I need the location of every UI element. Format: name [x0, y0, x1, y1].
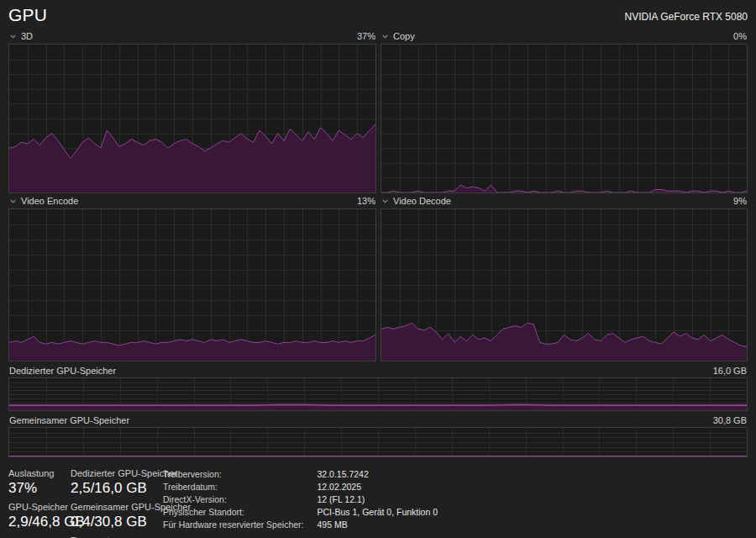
chevron-down-icon[interactable] [9, 198, 17, 205]
gpu-device-name: NVIDIA GeForce RTX 5080 [624, 11, 748, 25]
chart-current-copy: 0% [733, 31, 747, 41]
stat-gpu-memory-label: GPU-Speicher [8, 502, 71, 512]
chart-canvas-dedicated-memory[interactable] [8, 377, 748, 411]
dedicated-memory-label: Dedizierter GPU-Speicher [9, 366, 116, 376]
chart-current-3d: 37% [357, 31, 375, 41]
info-value-physical-location: PCI-Bus 1, Gerät 0, Funktion 0 [317, 507, 438, 517]
chart-canvas-3d[interactable] [8, 44, 376, 193]
stat-utilization-label: Auslastung [8, 468, 71, 478]
chart-canvas-copy[interactable] [381, 44, 748, 193]
stat-dedicated-memory-label: Dedizierter GPU-Speicher [71, 468, 155, 478]
chart-block-3d: 3D 37% [8, 29, 376, 193]
stats-column-2: Dedizierter GPU-Speicher 2,5/16,0 GB Gem… [71, 468, 155, 538]
info-value-hw-reserved-memory: 495 MB [317, 520, 438, 530]
stat-shared-memory: Gemeinsamer GPU-Speicher 0,4/30,8 GB [71, 502, 155, 530]
stat-gpu-memory-value: 2,9/46,8 GB [8, 514, 71, 530]
gpu-performance-page: GPU NVIDIA GeForce RTX 5080 3D 37% Copy … [0, 0, 756, 538]
stat-utilization-value: 37% [8, 480, 71, 497]
utilization-charts-row2: Video Encode 13% Video Decode 9% [8, 193, 748, 361]
stats-column-1: Auslastung 37% GPU-Speicher 2,9/46,8 GB [8, 468, 71, 538]
chart-title-video-decode: Video Decode [393, 196, 451, 206]
info-label-driver-date: Treiberdatum: [163, 482, 303, 492]
stat-gpu-memory: GPU-Speicher 2,9/46,8 GB [8, 502, 71, 530]
driver-info-grid: Treiberversion: 32.0.15.7242 Treiberdatu… [163, 469, 438, 538]
stat-shared-memory-value: 0,4/30,8 GB [71, 514, 155, 530]
dedicated-memory-max: 16,0 GB [713, 366, 747, 376]
chart-current-video-decode: 9% [733, 196, 747, 206]
chart-current-video-encode: 13% [357, 196, 375, 206]
chart-title-copy: Copy [393, 31, 415, 41]
chevron-down-icon[interactable] [381, 33, 389, 40]
stat-utilization: Auslastung 37% [8, 468, 71, 497]
stat-dedicated-memory: Dedizierter GPU-Speicher 2,5/16,0 GB [71, 468, 155, 497]
utilization-charts-row1: 3D 37% Copy 0% [8, 29, 748, 193]
chart-canvas-video-decode[interactable] [381, 208, 748, 361]
chart-title-3d: 3D [21, 31, 33, 41]
titlebar: GPU NVIDIA GeForce RTX 5080 [8, 5, 748, 25]
shared-memory-label: Gemeinsamer GPU-Speicher [9, 415, 129, 425]
chevron-down-icon[interactable] [9, 33, 17, 40]
info-label-driver-version: Treiberversion: [163, 469, 303, 479]
info-label-directx-version: DirectX-Version: [163, 494, 303, 504]
page-title: GPU [8, 5, 47, 25]
stat-shared-memory-label: Gemeinsamer GPU-Speicher [71, 502, 155, 512]
stat-dedicated-memory-value: 2,5/16,0 GB [71, 480, 155, 497]
info-label-physical-location: Physischer Standort: [163, 507, 303, 517]
chart-block-video-decode: Video Decode 9% [381, 193, 748, 361]
chart-header-copy[interactable]: Copy 0% [381, 29, 748, 44]
dedicated-memory-chart-block: Dedizierter GPU-Speicher 16,0 GB [8, 363, 748, 411]
info-label-hw-reserved-memory: Für Hardware reservierter Speicher: [163, 520, 303, 530]
info-value-driver-date: 12.02.2025 [317, 482, 438, 492]
chart-header-3d[interactable]: 3D 37% [8, 29, 376, 44]
shared-memory-max: 30,8 GB [713, 415, 747, 425]
shared-memory-header: Gemeinsamer GPU-Speicher 30,8 GB [8, 413, 748, 427]
dedicated-memory-header: Dedizierter GPU-Speicher 16,0 GB [8, 363, 748, 377]
info-value-directx-version: 12 (FL 12.1) [317, 494, 438, 504]
shared-memory-chart-block: Gemeinsamer GPU-Speicher 30,8 GB [8, 413, 748, 457]
chart-header-video-encode[interactable]: Video Encode 13% [8, 193, 376, 208]
chart-canvas-shared-memory[interactable] [8, 427, 748, 457]
chevron-down-icon[interactable] [381, 198, 389, 205]
chart-block-copy: Copy 0% [381, 29, 748, 193]
chart-block-video-encode: Video Encode 13% [8, 193, 376, 361]
stats-panel: Auslastung 37% GPU-Speicher 2,9/46,8 GB … [8, 468, 748, 538]
chart-canvas-video-encode[interactable] [8, 208, 376, 361]
info-value-driver-version: 32.0.15.7242 [317, 469, 438, 479]
chart-header-video-decode[interactable]: Video Decode 9% [381, 193, 748, 208]
chart-title-video-encode: Video Encode [21, 196, 78, 206]
